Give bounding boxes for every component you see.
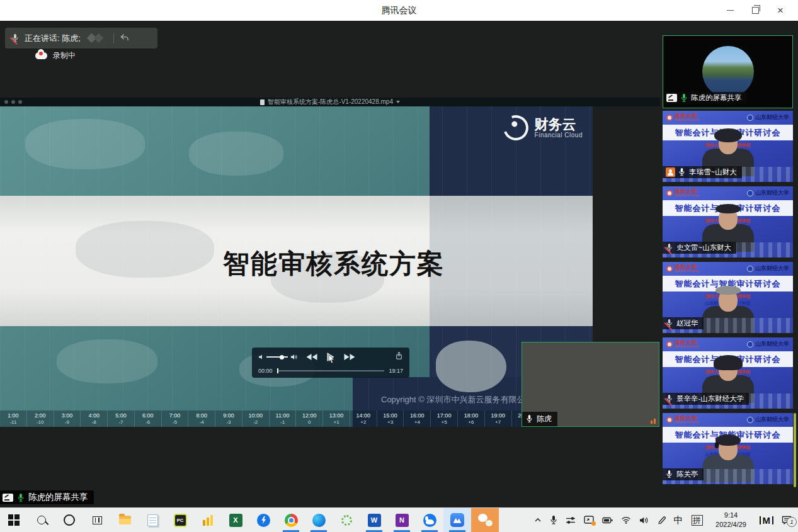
tray-wifi-icon[interactable] — [621, 516, 631, 524]
presenter-name-label: 陈虎 — [522, 412, 557, 426]
participant-name: 陈关亭 — [676, 470, 698, 479]
participant-tile-screen-share[interactable]: 陈虎的屏幕共享 — [663, 35, 793, 108]
sdufe-emblem-icon — [747, 341, 753, 348]
timezone-cell: 4:00-8 — [81, 410, 108, 427]
sdufe-name: 山东财经大学 — [755, 340, 789, 348]
sdufe-emblem-icon — [747, 417, 753, 423]
share-chip-label: 陈虎的屏幕共享 — [28, 492, 88, 503]
timezone-cell: 18:00+6 — [458, 410, 485, 427]
brand-mark-icon[interactable]: M — [760, 516, 774, 524]
player-window-dots[interactable] — [4, 100, 22, 104]
taskbar-wechat[interactable] — [471, 508, 499, 532]
fast-forward-button[interactable] — [345, 354, 355, 360]
mic-icon — [666, 394, 673, 404]
tsinghua-name-en: Tsinghua University — [675, 195, 699, 198]
rewind-button[interactable] — [307, 354, 317, 360]
taskbar-onenote[interactable]: N — [388, 508, 416, 532]
tray-pen-icon[interactable] — [657, 516, 666, 524]
tsinghua-logo: 清华大学 Tsinghua University — [666, 264, 699, 273]
tray-clock[interactable]: 9:14 2022/4/29 — [711, 511, 751, 529]
taskbar-excel[interactable]: X — [222, 508, 249, 532]
participant-tile[interactable]: 清华大学 Tsinghua University 山东财经大学 智能会计与智能审… — [663, 413, 793, 484]
folder-icon — [119, 516, 131, 524]
volume-slider[interactable] — [266, 356, 288, 358]
presenter-name: 陈虎 — [537, 414, 552, 424]
volume-low-icon — [258, 354, 264, 360]
notification-center-button[interactable]: 1 — [782, 516, 792, 524]
participant-tile[interactable]: 清华大学 Tsinghua University 山东财经大学 智能会计与智能审… — [663, 262, 793, 333]
taskbar-pycharm[interactable]: PC — [166, 508, 194, 532]
recording-indicator[interactable]: 录制中 — [35, 50, 76, 61]
tray-volume-icon[interactable] — [639, 516, 649, 524]
taskbar-start-button[interactable] — [0, 508, 28, 532]
restore-button[interactable] — [743, 1, 768, 20]
chevron-down-icon[interactable] — [396, 101, 400, 103]
timezone-cell: 15:00+3 — [377, 410, 404, 427]
speaking-banner: 正在讲话: 陈虎; — [5, 28, 157, 48]
close-button[interactable]: × — [768, 1, 793, 20]
participant-tile[interactable]: 清华大学 Tsinghua University 山东财经大学 智能会计与智能审… — [663, 337, 793, 409]
participant-tile[interactable]: 清华大学 Tsinghua University 山东财经大学 智能会计与智能审… — [663, 186, 793, 258]
mic-icon — [666, 243, 673, 252]
participant-tile[interactable]: 清华大学 Tsinghua University 山东财经大学 智能会计与智能审… — [663, 111, 793, 182]
progress-bar[interactable] — [277, 370, 385, 371]
tsinghua-emblem-icon — [666, 417, 673, 423]
taskbar-task-view-button[interactable] — [83, 508, 111, 532]
sidebar-scrollbar[interactable] — [794, 413, 796, 487]
network-signal-icon — [651, 419, 656, 424]
edge-icon — [312, 514, 326, 527]
sdufe-logo: 山东财经大学 — [747, 340, 789, 349]
shared-video-frame[interactable]: 智能审核系统方案 财务云 Financial Cloud Copyright ©… — [0, 106, 593, 427]
mic-icon — [678, 167, 686, 177]
tray-battery-icon[interactable] — [602, 517, 613, 524]
sdufe-name: 山东财经大学 — [755, 189, 789, 197]
ime-language-indicator[interactable]: 中 — [674, 514, 683, 526]
tray-mixer-icon[interactable] — [566, 516, 576, 524]
onenote-icon: N — [396, 514, 409, 527]
tray-expand-chevron-icon[interactable] — [534, 518, 542, 523]
reply-arrow-icon[interactable] — [120, 33, 129, 44]
playback-controls: 00:00 19:17 — [252, 348, 409, 378]
taskbar-cortana-button[interactable] — [55, 508, 83, 532]
taskbar-edge[interactable] — [305, 508, 333, 532]
browser-app-icon — [423, 514, 436, 527]
participant-name: 史文雷~山东财大 — [676, 243, 731, 252]
tray-screen-notification-icon[interactable] — [584, 516, 594, 524]
search-icon — [37, 516, 46, 524]
notification-dot — [591, 521, 596, 526]
taskbar-chrome[interactable] — [277, 508, 305, 532]
notification-count-badge: 1 — [787, 517, 797, 527]
tsinghua-logo: 清华大学 Tsinghua University — [666, 340, 699, 349]
screen-share-icon — [666, 94, 677, 102]
tencent-meeting-icon — [450, 513, 464, 527]
taskbar-browser-app[interactable] — [416, 508, 443, 532]
window-titlebar: 腾讯会议 × — [0, 0, 798, 21]
minimize-button[interactable] — [717, 1, 743, 20]
timezone-cell: 5:00-7 — [108, 410, 135, 427]
chrome-icon — [285, 514, 298, 527]
minimize-icon — [727, 10, 734, 11]
word-icon: W — [368, 514, 381, 527]
tray-time: 9:14 — [711, 511, 751, 520]
timezone-cell: 9:00-3 — [215, 410, 242, 427]
presenter-camera-overlay[interactable]: 陈虎 — [522, 342, 659, 427]
ime-mode-indicator[interactable]: 拼 — [692, 515, 703, 526]
taskbar-file-explorer[interactable] — [111, 508, 139, 532]
taskbar-notepad[interactable] — [139, 508, 166, 532]
taskbar-lightning-app[interactable] — [249, 508, 277, 532]
tsinghua-logo: 清华大学 Tsinghua University — [666, 416, 699, 424]
volume-control[interactable] — [258, 354, 298, 360]
participant-name: 陈虎的屏幕共享 — [691, 93, 742, 103]
timezone-cell: 19:00+7 — [485, 410, 512, 427]
taskbar-word[interactable]: W — [360, 508, 388, 532]
taskbar-ring-app[interactable] — [333, 508, 360, 532]
taskbar-power-bi[interactable] — [194, 508, 222, 532]
mic-icon — [666, 470, 673, 479]
sdufe-logo: 山东财经大学 — [747, 416, 789, 424]
share-export-button[interactable] — [395, 351, 403, 363]
sdufe-logo: 山东财经大学 — [747, 264, 789, 273]
taskbar-tencent-meeting[interactable] — [443, 508, 471, 532]
tray-microphone-icon[interactable] — [550, 515, 557, 525]
taskbar-search-button[interactable] — [28, 508, 55, 532]
avatar — [702, 46, 754, 98]
